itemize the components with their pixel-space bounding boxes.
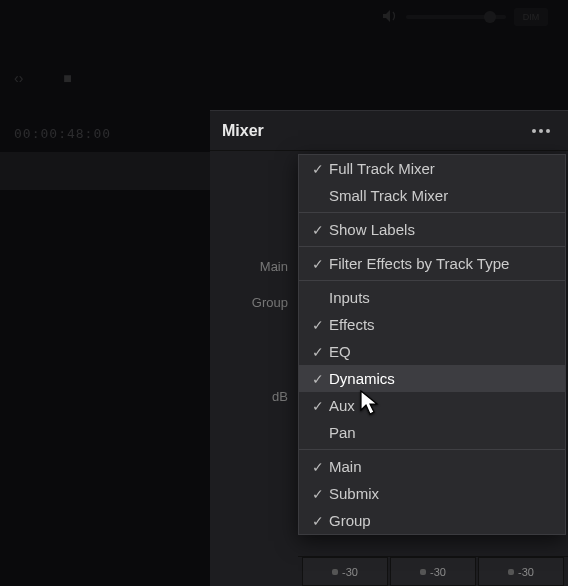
mixer-options-menu[interactable]: ✓Full Track MixerSmall Track Mixer✓Show … (298, 154, 566, 535)
checkmark-icon: ✓ (307, 344, 329, 360)
checkmark-icon: ✓ (307, 222, 329, 238)
menu-item-label: Effects (329, 316, 553, 333)
menu-item-group[interactable]: ✓Group (299, 507, 565, 534)
menu-item-label: Dynamics (329, 370, 553, 387)
menu-item-show-labels[interactable]: ✓Show Labels (299, 216, 565, 243)
checkmark-icon: ✓ (307, 459, 329, 475)
checkmark-icon: ✓ (307, 513, 329, 529)
menu-item-effects[interactable]: ✓Effects (299, 311, 565, 338)
menu-item-label: Main (329, 458, 553, 475)
fader[interactable]: -30 (390, 557, 476, 586)
mixer-labels-column: Main Group dB (210, 151, 298, 586)
fader-row: -30 -30 -30 (298, 556, 568, 586)
menu-separator (299, 212, 565, 213)
menu-separator (299, 449, 565, 450)
checkmark-icon: ✓ (307, 486, 329, 502)
svg-point-2 (546, 129, 550, 133)
menu-item-filter-effects-by-track-type[interactable]: ✓Filter Effects by Track Type (299, 250, 565, 277)
marker-icon: ■ (63, 70, 71, 86)
menu-item-submix[interactable]: ✓Submix (299, 480, 565, 507)
mixer-options-button[interactable] (526, 119, 556, 143)
mixer-title: Mixer (222, 122, 264, 140)
fader-value: -30 (518, 566, 534, 578)
label-main: Main (210, 249, 298, 285)
mixer-header: Mixer (210, 111, 568, 151)
fader[interactable]: -30 (478, 557, 564, 586)
menu-item-label: Small Track Mixer (329, 187, 553, 204)
checkmark-icon: ✓ (307, 317, 329, 333)
menu-item-label: Submix (329, 485, 553, 502)
menu-item-dynamics[interactable]: ✓Dynamics (299, 365, 565, 392)
checkmark-icon: ✓ (307, 398, 329, 414)
menu-item-small-track-mixer[interactable]: Small Track Mixer (299, 182, 565, 209)
menu-item-label: EQ (329, 343, 553, 360)
track-strip (0, 152, 210, 190)
volume-slider[interactable] (406, 15, 506, 19)
menu-separator (299, 246, 565, 247)
menu-item-main[interactable]: ✓Main (299, 453, 565, 480)
menu-item-label: Inputs (329, 289, 553, 306)
timecode-display: 00:00:48:00 (14, 126, 111, 141)
chevron-left-icon: ‹› (14, 70, 23, 86)
menu-item-pan[interactable]: Pan (299, 419, 565, 446)
fader-value: -30 (430, 566, 446, 578)
menu-item-full-track-mixer[interactable]: ✓Full Track Mixer (299, 155, 565, 182)
label-db: dB (210, 379, 298, 415)
menu-item-label: Group (329, 512, 553, 529)
checkmark-icon: ✓ (307, 371, 329, 387)
bg-controls: ‹› ■ (14, 70, 72, 86)
menu-item-label: Pan (329, 424, 553, 441)
menu-item-eq[interactable]: ✓EQ (299, 338, 565, 365)
fader-value: -30 (342, 566, 358, 578)
fader[interactable]: -30 (302, 557, 388, 586)
bg-top-controls: DIM (382, 8, 548, 26)
menu-item-label: Full Track Mixer (329, 160, 553, 177)
svg-point-0 (532, 129, 536, 133)
menu-item-inputs[interactable]: Inputs (299, 284, 565, 311)
checkmark-icon: ✓ (307, 161, 329, 177)
ellipsis-icon (531, 128, 551, 134)
menu-item-label: Filter Effects by Track Type (329, 255, 553, 272)
svg-point-1 (539, 129, 543, 133)
checkmark-icon: ✓ (307, 256, 329, 272)
menu-item-label: Show Labels (329, 221, 553, 238)
label-group: Group (210, 285, 298, 321)
volume-icon (382, 9, 398, 26)
menu-item-label: Aux (329, 397, 553, 414)
menu-item-aux[interactable]: ✓Aux (299, 392, 565, 419)
dim-button[interactable]: DIM (514, 8, 548, 26)
menu-separator (299, 280, 565, 281)
